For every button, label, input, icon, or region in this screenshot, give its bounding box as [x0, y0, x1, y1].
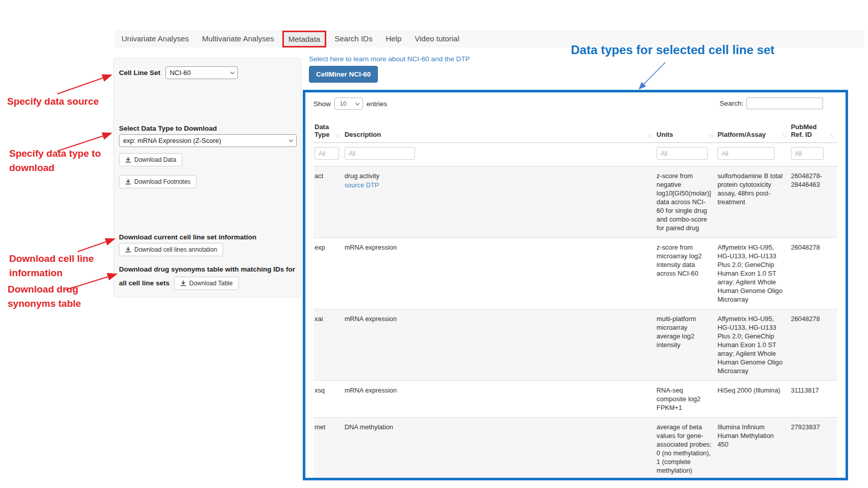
cell-line-info-heading: Download current cell line set informati…: [119, 233, 295, 241]
download-icon: [180, 280, 186, 286]
filter-row: [314, 143, 837, 166]
col-pubmed-ref-id: PubMed Ref. ID: [791, 123, 828, 138]
sort-icon[interactable]: ↑↓: [336, 132, 340, 138]
arrow-data-types: [639, 62, 665, 89]
col-data-type: Data Type: [315, 123, 334, 138]
cell-units: z-score from negative log10[GI50(molar)]…: [656, 166, 716, 238]
cell-units: RNA-seq composite log2 FPKM+1: [656, 381, 716, 418]
table-row: xai mRNA expression multi-platform micro…: [314, 309, 837, 381]
cell-platform: Illumina Infinium Human Methylation 450: [716, 418, 790, 480]
data-type-label: Select Data Type to Download: [119, 125, 217, 132]
download-annotation-label: Download cell lines annotation: [134, 246, 217, 253]
nav-search-ids[interactable]: Search IDs: [328, 30, 379, 47]
data-type-select[interactable]: exp: mRNA Expression (Z-Score): [119, 134, 297, 147]
search-input[interactable]: [746, 97, 823, 109]
source-dtp-link[interactable]: source DTP: [345, 181, 379, 189]
nav-multivariate-analyses[interactable]: Multivariate Analyses: [196, 30, 281, 47]
cellminer-nci60-button[interactable]: CellMiner NCI-60: [309, 66, 378, 83]
description-text: drug activity: [345, 172, 651, 180]
download-table-button[interactable]: Download Table: [174, 277, 239, 290]
filter-description[interactable]: [345, 147, 415, 160]
annotation-data-types-title: Data types for selected cell line set: [571, 43, 775, 57]
cell-description: mRNA expression: [344, 381, 656, 418]
nav-video-tutorial[interactable]: Video tutorial: [408, 30, 466, 47]
entries-label: entries: [367, 100, 388, 108]
annotation-download-drug-synonyms: Download drug synonyms table: [8, 282, 102, 311]
download-table-label: Download Table: [189, 280, 233, 287]
download-footnotes-button[interactable]: Download Footnotes: [119, 175, 197, 188]
col-description: Description: [345, 131, 381, 138]
download-data-button[interactable]: Download Data: [119, 153, 182, 166]
nav-univariate-analyses[interactable]: Univariate Analyses: [115, 30, 196, 47]
cell-platform: Affymetrix HG-U95, HG-U133, HG-U133 Plus…: [716, 309, 790, 381]
cell-pubmed: 26048278: [790, 309, 837, 381]
cell-units: multi-platform microarray average log2 i…: [656, 309, 716, 381]
cell-pubmed: 31113817: [790, 381, 837, 418]
search-label: Search:: [719, 100, 743, 107]
cell-description: drug activity source DTP: [344, 166, 656, 238]
download-icon: [125, 157, 131, 163]
sort-icon[interactable]: ↑↓: [830, 132, 833, 138]
cell-units: z-score from microarray log2 intensity d…: [656, 238, 716, 309]
cell-pubmed: 27923837: [790, 418, 837, 480]
download-footnotes-label: Download Footnotes: [134, 178, 190, 185]
table-controls: Show 10 entries Search:: [314, 97, 837, 114]
nav-help[interactable]: Help: [379, 30, 408, 47]
cell-line-set-label: Cell Line Set: [119, 69, 160, 77]
annotation-specify-data-type: Specify data type to download: [9, 147, 117, 175]
col-units: Units: [657, 131, 673, 138]
annotation-specify-data-source: Specify data source: [7, 94, 119, 109]
cell-platform: HiSeq 2000 (Illumina): [716, 381, 790, 418]
cell-pubmed: 26048278-28446463: [790, 166, 837, 238]
arrow-cell-line-info: [78, 239, 114, 252]
cell-platform: sulforhodamine B total protein cytotoxic…: [716, 166, 790, 238]
filter-units[interactable]: [657, 147, 708, 160]
data-types-table: Data Type↑↓ Description↑↓ Units↑↓ Platfo…: [314, 120, 837, 480]
cell-line-set-select[interactable]: NCI-60: [165, 66, 238, 79]
col-platform-assay: Platform/Assay: [717, 131, 766, 138]
cell-data-type: met: [314, 418, 344, 480]
arrow-data-source: [57, 75, 111, 94]
table-row: met DNA methylation average of beta valu…: [314, 418, 837, 480]
download-data-label: Download Data: [134, 156, 176, 163]
page-size-select[interactable]: 10: [334, 97, 363, 110]
data-types-table-panel: Show 10 entries Search: Data Type↑↓ Desc…: [303, 90, 848, 480]
filter-data-type[interactable]: [315, 147, 339, 160]
show-label: Show: [314, 100, 331, 108]
download-icon: [125, 179, 131, 185]
table-row: xsq mRNA expression RNA-seq composite lo…: [314, 381, 837, 418]
cell-data-type: act: [314, 166, 344, 238]
header-row: Data Type↑↓ Description↑↓ Units↑↓ Platfo…: [314, 120, 837, 143]
cell-data-type: exp: [314, 238, 344, 309]
cell-platform: Affymetrix HG-U95, HG-U133, HG-U133 Plus…: [716, 238, 790, 309]
cell-description: mRNA expression: [344, 238, 656, 309]
nav-metadata[interactable]: Metadata: [282, 31, 327, 47]
cell-pubmed: 26048278: [790, 238, 837, 309]
annotation-download-cell-line-info: Download cell line information: [9, 252, 111, 280]
filter-platform[interactable]: [717, 147, 775, 160]
cell-description: mRNA expression: [344, 309, 656, 381]
sort-icon[interactable]: ↑↓: [648, 132, 652, 138]
cell-description: DNA methylation: [344, 418, 656, 480]
download-cell-lines-annotation-button[interactable]: Download cell lines annotation: [119, 243, 223, 256]
download-icon: [125, 247, 131, 253]
filter-pubmed[interactable]: [791, 147, 824, 160]
table-row: act drug activity source DTP z-score fro…: [314, 166, 837, 238]
cell-data-type: xai: [314, 309, 344, 381]
learn-more-link[interactable]: Select here to learn more about NCI-60 a…: [309, 55, 470, 63]
sidebar-panel: Cell Line Set NCI-60 Select Data Type to…: [113, 58, 301, 298]
sort-icon[interactable]: ↑↓: [782, 132, 786, 138]
table-row: exp mRNA expression z-score from microar…: [314, 238, 837, 309]
cell-units: average of beta values for gene-associat…: [656, 418, 716, 480]
cell-data-type: xsq: [314, 381, 344, 418]
sort-icon[interactable]: ↑↓: [709, 132, 712, 138]
